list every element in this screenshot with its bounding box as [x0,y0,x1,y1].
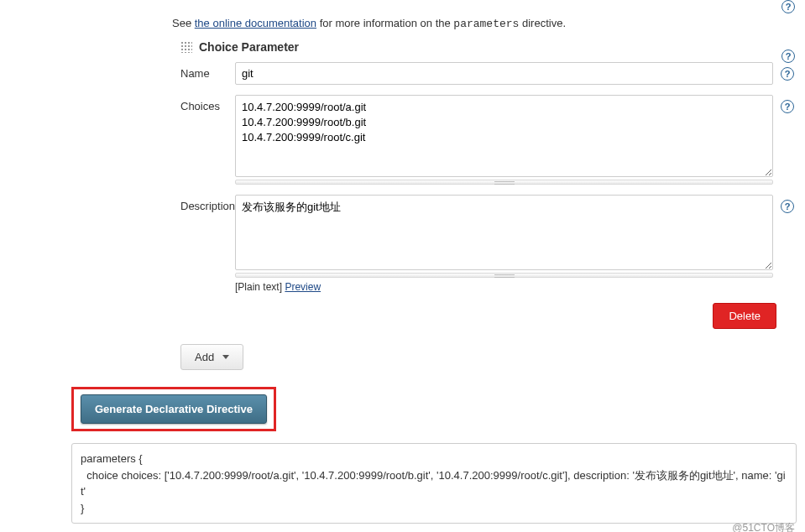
intro-prefix: See [172,17,195,29]
watermark: @51CTO博客 [732,521,795,532]
generate-directive-button[interactable]: Generate Declarative Directive [81,394,267,424]
add-button-label: Add [195,351,214,363]
intro-suffix: directive. [519,17,566,29]
intro-text: See the online documentation for more in… [172,17,797,30]
resize-grip[interactable] [235,273,773,278]
delete-button[interactable]: Delete [713,303,776,329]
help-icon[interactable]: ? [781,50,795,63]
intro-mid: for more information on the [316,17,453,29]
doc-link[interactable]: the online documentation [195,17,316,29]
preview-link[interactable]: Preview [285,281,321,293]
section-title: Choice Parameter [199,40,299,54]
choices-label: Choices [71,95,235,112]
generate-highlight-box: Generate Declarative Directive [71,387,276,431]
name-input[interactable] [235,62,773,85]
name-label: Name [71,62,235,80]
resize-grip[interactable] [235,180,773,185]
help-icon[interactable]: ? [781,67,794,81]
description-label: Description [71,195,235,212]
intro-code: parameters [453,18,519,30]
chevron-down-icon [222,355,229,359]
choices-textarea[interactable]: 10.4.7.200:9999/root/a.git 10.4.7.200:99… [235,95,773,177]
directive-output: parameters { choice choices: ['10.4.7.20… [71,443,797,524]
plain-text-label: [Plain text] [235,281,285,293]
description-textarea[interactable]: 发布该服务的git地址 [235,195,773,270]
help-icon[interactable]: ? [781,200,794,213]
help-icon[interactable]: ? [781,100,794,113]
drag-handle-icon[interactable] [180,41,192,53]
add-button[interactable]: Add [180,344,243,370]
help-icon[interactable]: ? [781,0,795,13]
